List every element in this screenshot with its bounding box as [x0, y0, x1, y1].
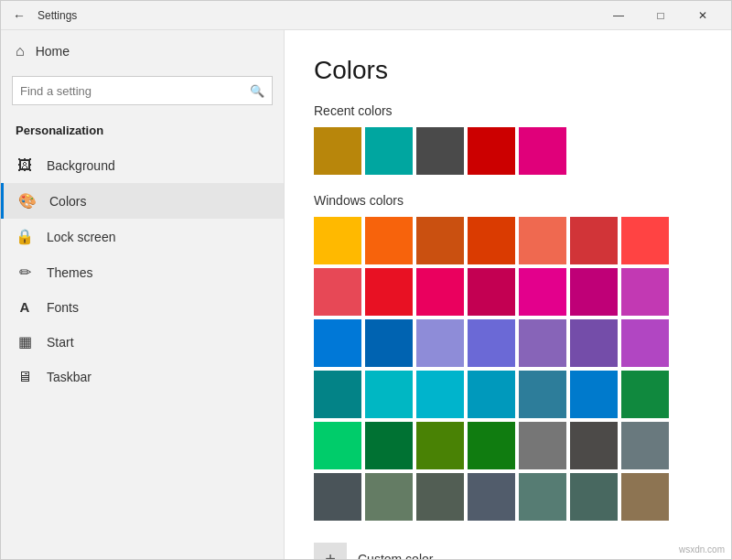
- windows-color-swatch[interactable]: [416, 422, 464, 469]
- windows-color-swatch[interactable]: [621, 422, 669, 469]
- windows-color-swatch[interactable]: [570, 217, 618, 264]
- windows-colors-section: Windows colors: [314, 193, 702, 521]
- windows-color-swatch[interactable]: [314, 319, 361, 367]
- title-bar: ← Settings — □ ✕: [1, 1, 731, 30]
- windows-color-grid: [314, 217, 702, 521]
- sidebar: ⌂ Home 🔍 Personalization 🖼 Background 🎨 …: [1, 30, 285, 559]
- windows-color-swatch[interactable]: [519, 268, 566, 316]
- windows-color-swatch[interactable]: [621, 319, 669, 367]
- windows-color-swatch[interactable]: [416, 217, 464, 264]
- close-button[interactable]: ✕: [682, 1, 724, 30]
- sidebar-item-themes-label: Themes: [47, 265, 93, 280]
- windows-color-swatch[interactable]: [570, 371, 618, 418]
- recent-color-swatch[interactable]: [519, 127, 566, 175]
- watermark: wsxdn.com: [679, 544, 725, 555]
- sidebar-item-taskbar-label: Taskbar: [47, 370, 92, 384]
- minimize-button[interactable]: —: [597, 1, 640, 30]
- back-button[interactable]: ←: [8, 5, 30, 27]
- sidebar-item-start-label: Start: [47, 335, 74, 350]
- sidebar-item-background[interactable]: 🖼 Background: [1, 148, 284, 183]
- windows-color-swatch[interactable]: [621, 268, 669, 316]
- windows-color-swatch[interactable]: [314, 371, 361, 418]
- recent-color-swatch[interactable]: [416, 127, 464, 175]
- sidebar-item-start[interactable]: ▦ Start: [1, 324, 284, 360]
- start-icon: ▦: [16, 333, 34, 350]
- title-bar-title: Settings: [38, 9, 77, 22]
- sidebar-home-label: Home: [36, 44, 70, 59]
- content-area: ⌂ Home 🔍 Personalization 🖼 Background 🎨 …: [1, 30, 731, 559]
- color-row: [314, 217, 702, 264]
- maximize-button[interactable]: □: [640, 1, 682, 30]
- windows-color-swatch[interactable]: [570, 268, 618, 316]
- sidebar-section-title: Personalization: [1, 116, 284, 148]
- main-content: Colors Recent colors Windows colors + Cu…: [285, 30, 731, 559]
- windows-color-swatch[interactable]: [570, 473, 618, 521]
- windows-color-swatch[interactable]: [468, 319, 515, 367]
- windows-color-swatch[interactable]: [468, 217, 515, 264]
- windows-color-swatch[interactable]: [468, 473, 515, 521]
- background-icon: 🖼: [16, 157, 34, 174]
- home-icon: ⌂: [16, 43, 25, 59]
- color-row: [314, 422, 702, 469]
- windows-color-swatch[interactable]: [621, 217, 669, 264]
- color-row: [314, 268, 702, 316]
- windows-color-swatch[interactable]: [570, 319, 618, 367]
- sidebar-item-background-label: Background: [47, 158, 115, 173]
- windows-color-swatch[interactable]: [365, 319, 413, 367]
- windows-color-swatch[interactable]: [314, 473, 361, 521]
- lock-icon: 🔒: [16, 228, 34, 245]
- custom-color-button[interactable]: + Custom color: [314, 535, 702, 559]
- sidebar-item-fonts[interactable]: A Fonts: [1, 290, 284, 324]
- windows-colors-label: Windows colors: [314, 193, 702, 208]
- windows-color-swatch[interactable]: [468, 268, 515, 316]
- recent-color-swatch[interactable]: [468, 127, 515, 175]
- plus-icon: +: [314, 543, 347, 559]
- windows-color-swatch[interactable]: [365, 371, 413, 418]
- windows-color-swatch[interactable]: [519, 217, 566, 264]
- search-icon: 🔍: [250, 84, 264, 98]
- windows-color-swatch[interactable]: [468, 422, 515, 469]
- color-row: [314, 473, 702, 521]
- search-input[interactable]: [20, 84, 250, 98]
- windows-color-swatch[interactable]: [365, 268, 413, 316]
- windows-color-swatch[interactable]: [519, 319, 566, 367]
- sidebar-item-taskbar[interactable]: 🖥 Taskbar: [1, 360, 284, 394]
- sidebar-item-themes[interactable]: ✏ Themes: [1, 254, 284, 290]
- recent-color-swatch[interactable]: [365, 127, 413, 175]
- sidebar-item-fonts-label: Fonts: [47, 300, 79, 315]
- window-controls: — □ ✕: [597, 1, 724, 30]
- windows-color-swatch[interactable]: [314, 268, 361, 316]
- taskbar-icon: 🖥: [16, 369, 34, 385]
- themes-icon: ✏: [16, 264, 34, 281]
- page-title: Colors: [314, 56, 702, 85]
- windows-color-swatch[interactable]: [314, 422, 361, 469]
- sidebar-search-box[interactable]: 🔍: [12, 76, 273, 105]
- fonts-icon: A: [16, 299, 34, 315]
- recent-colors-row: [314, 127, 702, 175]
- colors-icon: 🎨: [18, 192, 37, 210]
- windows-color-swatch[interactable]: [519, 422, 566, 469]
- windows-color-swatch[interactable]: [314, 217, 361, 264]
- windows-color-swatch[interactable]: [416, 268, 464, 316]
- windows-color-swatch[interactable]: [416, 319, 464, 367]
- color-row: [314, 371, 702, 418]
- settings-window: ← Settings — □ ✕ ⌂ Home 🔍 Personalizatio…: [0, 0, 732, 560]
- sidebar-item-lock-screen[interactable]: 🔒 Lock screen: [1, 219, 284, 254]
- windows-color-swatch[interactable]: [519, 473, 566, 521]
- windows-color-swatch[interactable]: [468, 371, 515, 418]
- windows-color-swatch[interactable]: [621, 473, 669, 521]
- windows-color-swatch[interactable]: [416, 473, 464, 521]
- sidebar-item-colors-label: Colors: [49, 194, 86, 209]
- windows-color-swatch[interactable]: [365, 473, 413, 521]
- windows-color-swatch[interactable]: [570, 422, 618, 469]
- windows-color-swatch[interactable]: [365, 217, 413, 264]
- windows-color-swatch[interactable]: [365, 422, 413, 469]
- sidebar-item-colors[interactable]: 🎨 Colors: [1, 183, 284, 219]
- recent-color-swatch[interactable]: [314, 127, 361, 175]
- color-row: [314, 319, 702, 367]
- windows-color-swatch[interactable]: [519, 371, 566, 418]
- sidebar-home[interactable]: ⌂ Home: [1, 30, 284, 72]
- windows-color-swatch[interactable]: [416, 371, 464, 418]
- custom-color-label: Custom color: [358, 552, 433, 559]
- windows-color-swatch[interactable]: [621, 371, 669, 418]
